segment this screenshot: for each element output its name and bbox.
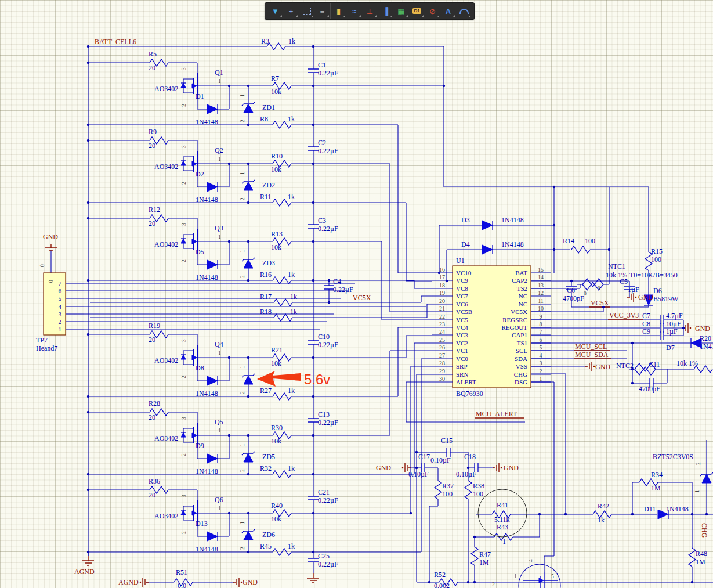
agnd-port-r51[interactable] xyxy=(140,578,149,587)
label-20[interactable]: 20 xyxy=(149,142,155,150)
label-B5819W[interactable]: B5819W xyxy=(653,295,679,303)
label-R15[interactable]: R15 xyxy=(651,247,663,255)
label-D9[interactable]: D9 xyxy=(196,442,204,450)
label-1N4148[interactable]: 1N4148 xyxy=(666,505,689,513)
diode-D4[interactable] xyxy=(482,245,493,254)
label-3[interactable]: 3 xyxy=(181,417,187,420)
label-C7[interactable]: C7 xyxy=(642,312,650,320)
label-C13[interactable]: C13 xyxy=(318,410,330,419)
label-C6[interactable]: C6 xyxy=(567,286,575,294)
resistor-R14[interactable] xyxy=(571,246,590,253)
label-R12[interactable]: R12 xyxy=(149,205,160,214)
label-0.002[interactable]: 0.002 xyxy=(434,582,450,588)
label-Q5[interactable]: Q5 xyxy=(215,418,223,426)
label-R16[interactable]: R16 xyxy=(260,270,272,279)
label-1N4148[interactable]: 1N4148 xyxy=(700,342,713,351)
label-20[interactable]: 20 xyxy=(149,413,155,421)
label-NTC2[interactable]: NTC2 xyxy=(616,362,634,370)
label-R48[interactable]: R48 xyxy=(696,550,707,558)
label-1k[interactable]: 1k xyxy=(288,193,295,201)
label-0.22µF[interactable]: 0.22µF xyxy=(318,419,338,427)
label-1k[interactable]: 1k xyxy=(288,270,295,279)
label-4.7µF[interactable]: 4.7µF xyxy=(666,312,683,320)
label-1[interactable]: 1 xyxy=(218,428,221,434)
label-R21[interactable]: R21 xyxy=(271,346,283,354)
label-10k[interactable]: 10k xyxy=(271,359,281,367)
selection-rect-icon[interactable] xyxy=(299,3,314,19)
label-R18[interactable]: R18 xyxy=(260,308,272,316)
label-R20[interactable]: R20 xyxy=(700,334,711,342)
label-0.22µF[interactable]: 0.22µF xyxy=(318,225,338,233)
label-1N4148[interactable]: 1N4148 xyxy=(196,389,218,398)
label-1M[interactable]: 1M xyxy=(651,484,661,492)
agnd-symbol[interactable] xyxy=(82,556,94,565)
label-1k[interactable]: 1k xyxy=(288,387,295,395)
label-5.11k[interactable]: 5.11k xyxy=(494,515,510,524)
label-C11[interactable]: C11 xyxy=(649,360,660,369)
thermistor-NTC1[interactable] xyxy=(577,279,609,290)
diode-D3[interactable] xyxy=(482,221,493,230)
label-0.22µF[interactable]: 0.22µF xyxy=(318,560,338,568)
label-TP7[interactable]: TP7 xyxy=(36,336,48,344)
place-ground-icon[interactable]: ⊥ xyxy=(362,3,378,19)
label-Q3[interactable]: Q3 xyxy=(215,224,223,232)
resistor-R3[interactable] xyxy=(267,43,285,50)
label-C15[interactable]: C15 xyxy=(441,437,453,445)
label-10µF[interactable]: 10µF xyxy=(666,320,681,328)
label-2[interactable]: 2 xyxy=(181,453,187,456)
label-R8[interactable]: R8 xyxy=(260,115,268,123)
label-C1[interactable]: C1 xyxy=(318,61,326,69)
label-100[interactable]: 100 xyxy=(442,490,453,498)
label-2[interactable]: 2 xyxy=(181,531,187,534)
label-100[interactable]: 100 xyxy=(651,255,661,264)
label-0.0[interactable]: 0.0 xyxy=(178,582,186,588)
label-R5[interactable]: R5 xyxy=(149,50,157,58)
label-5[interactable]: 5 xyxy=(551,573,554,579)
label-2[interactable]: 2 xyxy=(181,376,187,378)
label-BATT_CELL6[interactable]: BATT_CELL6 xyxy=(95,38,136,46)
label-1[interactable]: 1 xyxy=(502,538,506,546)
label-GND[interactable]: GND xyxy=(376,464,391,472)
gnd-port-c5[interactable] xyxy=(627,293,636,302)
label-0.22µF[interactable]: 0.22µF xyxy=(318,147,338,155)
label-C5[interactable]: C5 xyxy=(620,277,628,286)
label-R19[interactable]: R19 xyxy=(149,322,160,330)
label-GND[interactable]: GND xyxy=(595,363,610,371)
label-3[interactable]: 3 xyxy=(181,67,187,70)
label-R27[interactable]: R27 xyxy=(260,387,272,395)
label-R9[interactable]: R9 xyxy=(149,128,157,136)
label-1N4148[interactable]: 1N4148 xyxy=(196,467,218,475)
label-T0=10K/B=3450[interactable]: T0=10K/B=3450 xyxy=(629,271,678,279)
label-R36[interactable]: R36 xyxy=(149,477,160,485)
label-R51[interactable]: R51 xyxy=(176,568,187,576)
label-10k 1%[interactable]: 10k 1% xyxy=(676,359,698,367)
label-R34[interactable]: R34 xyxy=(651,471,663,479)
label-2[interactable]: 2 xyxy=(181,182,187,185)
label-D6[interactable]: D6 xyxy=(653,287,662,295)
label-R41[interactable]: R41 xyxy=(497,501,508,509)
label-VC5X[interactable]: VC5X xyxy=(353,294,371,302)
label-100[interactable]: 100 xyxy=(473,490,483,498)
gnd-port-c18[interactable] xyxy=(493,463,502,472)
label-C10[interactable]: C10 xyxy=(318,333,330,341)
label-R45[interactable]: R45 xyxy=(260,542,272,550)
label-0.22µF[interactable]: 0.22µF xyxy=(318,341,338,349)
label-C25[interactable]: C25 xyxy=(318,552,330,560)
label-1N4148[interactable]: 1N4148 xyxy=(501,216,524,224)
label-0[interactable]: 0 xyxy=(598,286,600,291)
label-R37[interactable]: R37 xyxy=(442,482,454,490)
label-VC5X[interactable]: VC5X xyxy=(591,299,609,307)
resistor-R48[interactable] xyxy=(689,548,696,567)
place-arc-icon[interactable] xyxy=(456,3,472,19)
label-1N4148[interactable]: 1N4148 xyxy=(196,196,218,204)
label-1[interactable]: 1 xyxy=(514,573,517,579)
label-1[interactable]: 1 xyxy=(218,78,221,84)
label-2[interactable]: 2 xyxy=(492,582,495,587)
label-R30[interactable]: R30 xyxy=(271,424,283,432)
label-1k[interactable]: 1k xyxy=(288,542,295,550)
transistor-bottom[interactable] xyxy=(519,564,560,588)
label-BZT52C3V0S[interactable]: BZT52C3V0S xyxy=(653,453,693,461)
label-ZD2[interactable]: ZD2 xyxy=(262,181,275,189)
label-C8[interactable]: C8 xyxy=(642,320,650,328)
label-1[interactable]: 1 xyxy=(240,250,245,252)
